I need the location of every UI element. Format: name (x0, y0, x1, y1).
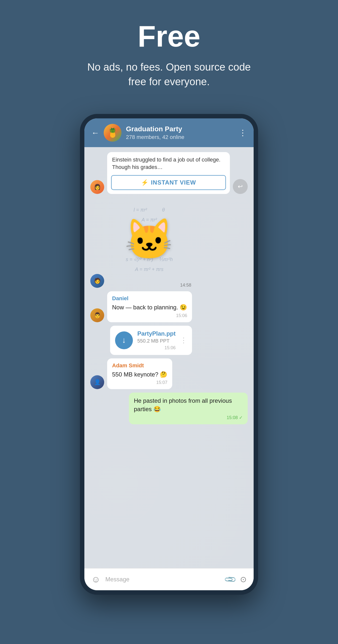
instant-view-button[interactable]: ⚡ INSTANT VIEW (111, 175, 226, 190)
my-message-time: 15:08 ✓ (134, 415, 243, 420)
my-bubble: He pasted in photos from all previous pa… (129, 392, 248, 424)
adam-message-text: 550 MB keynote? 🤔 (112, 370, 167, 379)
avatar-boy1: 🧑 (90, 274, 104, 288)
camera-button[interactable]: ⊙ (240, 575, 247, 584)
phone-frame: ← 🍍 Graduation Party 278 members, 42 onl… (80, 114, 258, 595)
sticker-row: 🧑 l = πr² θ A = πr² V = l³ P = 2πr (90, 198, 248, 288)
file-meta: 550.2 MB PPT (137, 338, 176, 344)
avatar-adam: 👤 (90, 375, 104, 389)
share-button[interactable]: ↩ (233, 179, 248, 194)
chat-input-bar: ☺ Message 📎 ⊙ (84, 568, 254, 590)
article-bubble: Einstein struggled to find a job out of … (107, 152, 230, 194)
avatar-adam-emoji: 👤 (94, 379, 101, 386)
file-more-button[interactable]: ⋮ (180, 336, 187, 344)
group-info: Graduation Party 278 members, 42 online (126, 125, 234, 140)
adam-message-time: 15:07 (112, 380, 167, 385)
daniel-message-time: 15:06 (112, 313, 187, 318)
group-meta: 278 members, 42 online (126, 134, 234, 140)
sticker-bubble: l = πr² θ A = πr² V = l³ P = 2πr A = πr³… (107, 198, 191, 282)
attach-button[interactable]: 📎 (223, 572, 237, 586)
article-text: Einstein struggled to find a job out of … (107, 152, 230, 174)
hero-subtitle: No ads, no fees. Open source code free f… (82, 60, 256, 89)
daniel-message-text: Now — back to planning. 😉 (112, 303, 187, 312)
avatar-daniel-emoji: 👨 (94, 312, 101, 318)
adam-bubble: Adam Smidt 550 MB keynote? 🤔 15:07 (107, 358, 172, 389)
article-message-row: 👩 Einstein struggled to find a job out o… (90, 152, 248, 194)
instant-view-label: INSTANT VIEW (151, 179, 196, 186)
more-button[interactable]: ⋮ (239, 128, 247, 138)
lightning-icon: ⚡ (141, 179, 148, 186)
file-time: 15:06 (137, 345, 176, 350)
chat-body: 👩 Einstein struggled to find a job out o… (84, 147, 254, 568)
group-name: Graduation Party (126, 125, 234, 133)
file-message-row: ↓ PartyPlan.ppt 550.2 MB PPT 15:06 ⋮ (90, 326, 248, 355)
avatar-boy1-emoji: 🧑 (94, 278, 101, 284)
daniel-bubble: Daniel Now — back to planning. 😉 15:06 (107, 291, 192, 322)
daniel-message-row: 👨 Daniel Now — back to planning. 😉 15:06 (90, 291, 248, 322)
cat-sticker: 🐱 (124, 216, 174, 263)
download-arrow-icon: ↓ (122, 336, 126, 345)
group-avatar-emoji: 🍍 (107, 128, 118, 138)
hero-title: Free (82, 20, 256, 52)
daniel-sender-name: Daniel (112, 295, 187, 302)
sticker-time: 14:58 (107, 282, 191, 288)
file-bubble: ↓ PartyPlan.ppt 550.2 MB PPT 15:06 ⋮ (110, 326, 192, 355)
sticker-math-bg: l = πr² θ A = πr² V = l³ P = 2πr A = πr³… (107, 198, 191, 282)
message-input[interactable]: Message (105, 573, 220, 586)
download-button[interactable]: ↓ (115, 332, 133, 349)
avatar-girl: 👩 (90, 180, 104, 194)
my-message-row: He pasted in photos from all previous pa… (90, 392, 248, 424)
check-mark-icon: ✓ (239, 415, 243, 420)
phone-screen: ← 🍍 Graduation Party 278 members, 42 onl… (84, 118, 254, 590)
avatar-girl-emoji: 👩 (94, 184, 101, 190)
back-button[interactable]: ← (91, 129, 99, 137)
share-icon: ↩ (238, 183, 243, 190)
file-name: PartyPlan.ppt (137, 330, 176, 337)
message-placeholder: Message (105, 576, 129, 582)
hero-section: Free No ads, no fees. Open source code f… (77, 0, 261, 104)
group-avatar: 🍍 (104, 124, 121, 142)
adam-message-row: 👤 Adam Smidt 550 MB keynote? 🤔 15:07 (90, 358, 248, 389)
chat-header: ← 🍍 Graduation Party 278 members, 42 onl… (84, 118, 254, 147)
adam-sender-name: Adam Smidt (112, 362, 167, 369)
avatar-daniel: 👨 (90, 308, 104, 322)
file-info: PartyPlan.ppt 550.2 MB PPT 15:06 (137, 330, 176, 350)
phone-wrapper: ← 🍍 Graduation Party 278 members, 42 onl… (80, 114, 258, 595)
emoji-button[interactable]: ☺ (91, 574, 100, 584)
my-message-text: He pasted in photos from all previous pa… (134, 396, 243, 413)
